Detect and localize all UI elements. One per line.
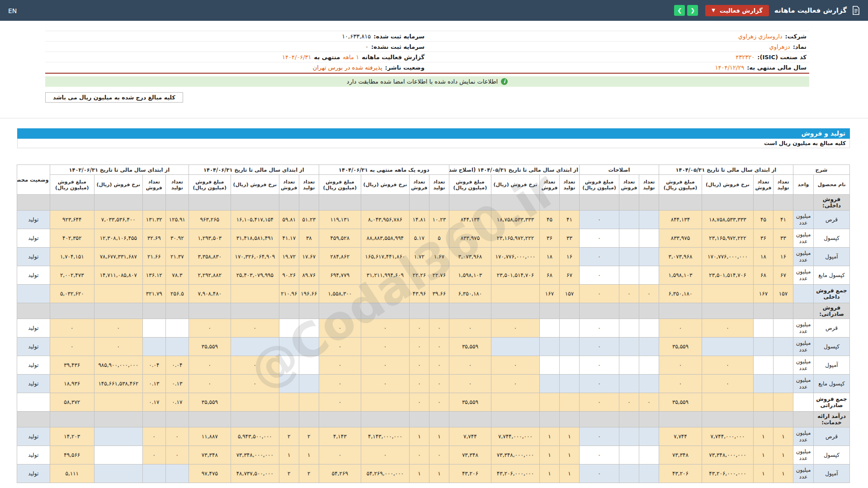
value-cell — [753, 356, 773, 375]
empty-cell — [619, 412, 639, 427]
column-header: تعداد تولید — [165, 175, 189, 195]
empty-cell — [539, 303, 559, 319]
empty-cell — [579, 412, 619, 427]
value-cell — [165, 465, 189, 483]
value-cell — [559, 375, 579, 393]
value-cell: ۱۲۵.۹۱ — [165, 211, 189, 229]
value-cell: ۰ — [142, 427, 165, 446]
signed-info-banner: i اطلاعات نمایش داده شده با اطلاعات امضا… — [45, 76, 809, 87]
value-cell: ۳۲۱.۷۹ — [142, 285, 165, 303]
header-left-group: EN — [8, 6, 17, 15]
value-cell — [539, 319, 559, 338]
value-cell: ۰ — [429, 319, 449, 338]
value-cell — [773, 356, 793, 375]
report-type-button-label: گزارش فعالیت — [720, 7, 763, 14]
empty-cell — [559, 412, 579, 427]
value-cell: ۱۴,۲۰۳ — [50, 427, 94, 446]
isic-label: کد صنعت (ISIC): — [757, 54, 807, 61]
empty-cell — [429, 412, 449, 427]
value-cell: ۱ — [773, 446, 793, 465]
table-row: آمپولمیلیون عدد۱۱۴۳,۲۰۶,۰۰۰,۰۰۰۴۳,۲۰۶۰۱۱… — [17, 465, 849, 483]
value-cell — [299, 375, 319, 393]
product-status-cell: تولید — [17, 465, 50, 483]
empty-cell — [299, 412, 319, 427]
value-cell: ۳,۰۷۳,۹۶۸ — [659, 248, 702, 266]
value-cell: ۹۰.۲۶ — [279, 266, 299, 285]
info-fiscal-year: سال مالی منتهی به: ۱۴۰۴/۱۲/۲۹ — [427, 64, 809, 71]
value-cell: ۲۳,۱۶۵,۹۷۲,۲۲۲ — [702, 229, 753, 248]
value-cell: ۷,۷۴۴ — [449, 427, 491, 446]
value-cell: ۰ — [429, 446, 449, 465]
symbol-link[interactable]: دزهراوي — [769, 43, 790, 50]
empty-cell — [559, 195, 579, 211]
value-cell: ۷۳,۳۴۸,۰۰۰,۰۰۰ — [702, 446, 753, 465]
empty-cell — [491, 195, 539, 211]
table-row: کپسولمیلیون عدد۳۵,۵۵۹۰۳۵,۵۵۹۰۰۰۰۳۵,۵۵۹۰۰… — [17, 338, 849, 356]
production-sales-section: تولید و فروش کلیه مبالغ به میلیون ریال ا… — [17, 128, 850, 483]
value-cell: ۲۳,۵۰۱,۵۱۴,۷۰۶ — [491, 266, 539, 285]
value-cell — [702, 338, 753, 356]
value-cell: ۳۵,۵۵۹ — [449, 338, 491, 356]
info-row: سال مالی منتهی به: ۱۴۰۴/۱۲/۲۹ وضعیت ناشر… — [45, 62, 809, 73]
empty-cell — [639, 412, 659, 427]
value-cell — [619, 427, 639, 446]
value-cell — [142, 319, 165, 338]
empty-cell — [50, 195, 94, 211]
value-cell: ۳۵,۵۵۹ — [659, 338, 702, 356]
empty-cell — [659, 303, 702, 319]
value-cell: ۰ — [702, 356, 753, 375]
empty-cell — [579, 303, 619, 319]
empty-cell — [559, 303, 579, 319]
value-cell: ۰ — [579, 248, 619, 266]
value-cell: ۱۶۵,۶۱۷,۴۴۱,۸۶۰ — [361, 248, 409, 266]
table-row: جمع فروش داخلی۱۵۷۱۶۷۶,۳۵۰,۱۸۰۰۰۰۱۵۷۱۶۷۶,… — [17, 285, 849, 303]
value-cell: ۱۹۶.۶۶ — [299, 285, 319, 303]
column-header: مبلغ فروش (میلیون ریال) — [659, 175, 702, 195]
company-link[interactable]: داروسازي زهراوي — [738, 33, 783, 40]
production-sales-table: شرحاز ابتدای سال مالی تا تاریخ ۱۴۰۴/۰۵/۳… — [17, 164, 850, 483]
value-cell — [619, 446, 639, 465]
value-cell: ۰ — [189, 356, 231, 375]
value-cell — [773, 319, 793, 338]
value-cell: ۰ — [619, 393, 639, 412]
value-cell: ۳۵,۵۵۹ — [449, 393, 491, 412]
report-end-date: ۱۴۰۴/۰۶/۳۱ — [282, 54, 311, 61]
value-cell: ۸۴۴,۱۳۴ — [449, 211, 491, 229]
info-issuer-status: وضعیت ناشر: پذیرفته شده در بورس تهران — [45, 64, 427, 71]
value-cell: ۰ — [361, 338, 409, 356]
value-cell: ۳۱,۴۱۸,۵۸۱,۴۹۱ — [231, 229, 279, 248]
previous-report-button[interactable]: ❮ — [674, 5, 685, 16]
value-cell: ۰ — [579, 465, 619, 483]
amounts-unit-note: کلیه مبالغ درج شده به میلیون ریال می باش… — [45, 92, 183, 103]
value-cell: ۱۵۷ — [559, 285, 579, 303]
column-group-header: از ابتدای سال مالی تا تاریخ ۱۴۰۴/۰۵/۳۱ (… — [449, 165, 579, 175]
next-report-button[interactable]: ❯ — [687, 5, 698, 16]
value-cell: ۶,۳۵۰,۱۸۰ — [659, 285, 702, 303]
value-cell: ۹۷,۴۷۵ — [189, 465, 231, 483]
language-toggle-en[interactable]: EN — [8, 7, 17, 14]
table-row: آمپولمیلیون عدد۰۰۰۰۰۰۰۰۰۰۰۰.۰۴۰.۰۴۹۸۵,۹۰… — [17, 356, 849, 375]
page-title: گزارش فعالیت ماهانه — [774, 6, 847, 14]
ending-to-label: منتهی به — [314, 54, 340, 61]
value-cell: ۴۵۹,۵۲۸ — [319, 229, 361, 248]
table-row: قرصمیلیون عدد۰۰۰۰۰۰۰۰۰۰۰۰۰تولید — [17, 319, 849, 338]
value-cell: ۰.۱۳ — [165, 375, 189, 393]
value-cell: ۶۹۴,۷۷۹ — [319, 266, 361, 285]
value-cell: ۷,۹۰۸,۴۸۰ — [189, 285, 231, 303]
value-cell: ۸۹.۷۶ — [299, 266, 319, 285]
empty-cell — [319, 412, 361, 427]
value-cell: ۳۱,۲۱۱,۹۹۴,۶۰۹ — [361, 266, 409, 285]
value-cell — [753, 319, 773, 338]
value-cell: ۱۶۷ — [539, 285, 559, 303]
info-icon: i — [501, 78, 508, 85]
report-type-button[interactable]: گزارش فعالیت ▼ — [705, 5, 769, 16]
value-cell — [94, 465, 142, 483]
product-name-cell: قرص — [814, 319, 850, 338]
value-cell: ۷,۷۴۴,۰۰۰,۰۰۰ — [491, 427, 539, 446]
column-header: نرخ فروش (ریال) — [491, 175, 539, 195]
product-name-cell: آمپول — [814, 356, 850, 375]
value-cell: ۰ — [319, 446, 361, 465]
issuer-status-label: وضعیت ناشر: — [385, 64, 425, 71]
value-cell: ۱.۷۲ — [409, 248, 429, 266]
product-name-cell: جمع فروش داخلی — [814, 285, 850, 303]
